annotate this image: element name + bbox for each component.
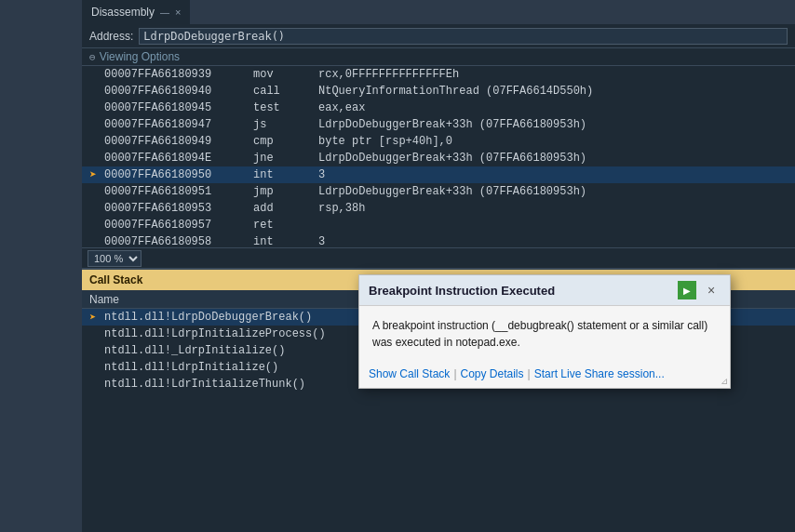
address-label: Address:: [89, 30, 133, 43]
app-background: Disassembly — × Address: ⊖ Viewing Optio…: [0, 0, 795, 532]
viewing-options-icon: ⊖: [89, 51, 96, 63]
show-call-stack-link[interactable]: Show Call Stack: [369, 367, 450, 380]
popup-footer: Show Call Stack | Copy Details | Start L…: [359, 362, 730, 388]
tab-close[interactable]: ×: [175, 7, 181, 18]
popup-title: Breakpoint Instruction Executed: [369, 284, 555, 298]
disasm-row: 00007FFA66180940 call NtQueryInformation…: [82, 83, 795, 100]
address-input[interactable]: [139, 28, 788, 45]
tab-bar: Disassembly — ×: [82, 0, 795, 24]
col-name-label: Name: [89, 293, 119, 306]
disassembly-tab[interactable]: Disassembly — ×: [82, 0, 191, 24]
viewing-options-bar[interactable]: ⊖ Viewing Options: [82, 48, 795, 66]
call-stack-title: Call Stack: [89, 273, 142, 286]
cs-row-name: ntdll.dll!LdrInitializeThunk(): [104, 378, 305, 391]
copy-details-link[interactable]: Copy Details: [461, 367, 524, 380]
disasm-row: 00007FFA66180939 mov rcx,0FFFFFFFFFFFFFF…: [82, 66, 795, 83]
main-content: Disassembly — × Address: ⊖ Viewing Optio…: [82, 0, 795, 532]
disasm-current-row: ➤ 00007FFA66180950 int 3: [82, 166, 795, 183]
disasm-row: 00007FFA66180958 int 3: [82, 233, 795, 247]
tab-pin[interactable]: —: [160, 7, 169, 18]
tab-label: Disassembly: [91, 6, 155, 19]
address-bar: Address:: [82, 24, 795, 48]
popup-header: Breakpoint Instruction Executed ▶ ×: [359, 275, 730, 306]
viewing-options-label: Viewing Options: [100, 50, 181, 63]
popup-body-line2: was executed in notepad.exe.: [372, 336, 520, 349]
breakpoint-popup: Breakpoint Instruction Executed ▶ × A br…: [358, 274, 731, 389]
current-arrow-icon: ➤: [89, 167, 104, 182]
left-sidebar: [0, 0, 82, 532]
popup-body: A breakpoint instruction (__debugbreak()…: [359, 306, 730, 362]
cs-current-arrow-icon: ➤: [89, 311, 104, 325]
cs-arrow-placeholder: [89, 361, 104, 374]
disasm-row: 00007FFA66180949 cmp byte ptr [rsp+40h],…: [82, 133, 795, 150]
popup-header-controls: ▶ ×: [678, 281, 721, 299]
disasm-row: 00007FFA66180951 jmp LdrpDoDebuggerBreak…: [82, 183, 795, 200]
cs-arrow-placeholder: [89, 378, 104, 391]
cs-row-name: ntdll.dll!LdrpDoDebuggerBreak(): [104, 311, 312, 324]
zoom-select[interactable]: 100 % 75 % 125 %: [88, 250, 141, 267]
play-icon: ▶: [683, 286, 691, 296]
disasm-row: 00007FFA6618094E jne LdrpDoDebuggerBreak…: [82, 150, 795, 166]
popup-close-button[interactable]: ×: [702, 281, 721, 299]
disassembly-area: 00007FFA66180939 mov rcx,0FFFFFFFFFFFFFF…: [82, 66, 795, 247]
disasm-row: 00007FFA66180945 test eax,eax: [82, 100, 795, 116]
disasm-row: 00007FFA66180957 ret: [82, 217, 795, 233]
separator1: |: [453, 367, 456, 380]
cs-row-name: ntdll.dll!LdrpInitialize(): [104, 361, 278, 374]
share-session-link[interactable]: Start Live Share session...: [534, 367, 665, 380]
cs-arrow-placeholder: [89, 327, 104, 340]
zoom-bar: 100 % 75 % 125 %: [82, 247, 795, 268]
close-icon: ×: [707, 283, 715, 298]
popup-body-line1: A breakpoint instruction (__debugbreak()…: [372, 319, 707, 332]
separator2: |: [528, 367, 531, 380]
disasm-row: 00007FFA66180947 js LdrpDoDebuggerBreak+…: [82, 116, 795, 133]
resize-handle-icon[interactable]: ⊿: [721, 376, 728, 386]
disasm-row: 00007FFA66180953 add rsp,38h: [82, 200, 795, 217]
cs-arrow-placeholder: [89, 344, 104, 357]
popup-play-button[interactable]: ▶: [678, 281, 696, 299]
cs-row-name: ntdll.dll!_LdrpInitialize(): [104, 344, 285, 357]
cs-row-name: ntdll.dll!LdrpInitializeProcess(): [104, 327, 326, 340]
